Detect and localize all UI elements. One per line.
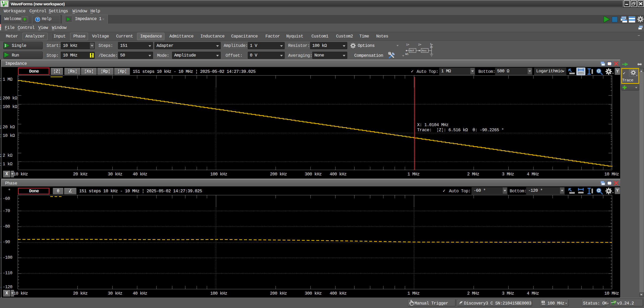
svg-text:-100: -100 [3,255,12,260]
svg-text:1: 1 [4,43,6,48]
svg-text:100 kΩ: 100 kΩ [3,104,17,109]
svg-text:10 kΩ: 10 kΩ [3,133,15,138]
svg-text:2+: 2+ [418,43,421,46]
svg-text:W1: W1 [405,53,409,56]
svg-text:DUT: DUT [410,49,414,52]
svg-text:-110: -110 [3,271,12,276]
svg-text:2 kΩ: 2 kΩ [3,153,13,158]
svg-text:Res: Res [422,49,426,52]
svg-text:1 kΩ: 1 kΩ [3,162,13,167]
svg-text:200 kΩ: 200 kΩ [3,96,17,101]
svg-text:1+: 1+ [406,43,409,46]
svg-text:20 kΩ: 20 kΩ [3,125,15,130]
svg-text:-80: -80 [3,224,10,229]
svg-text:-90: -90 [3,240,10,245]
svg-text:-60: -60 [3,196,10,201]
svg-text:-70: -70 [3,209,10,213]
svg-text:-120: -120 [3,285,12,289]
svg-text:?: ? [37,18,39,21]
svg-text:X: 1.0104 MHz: X: 1.0104 MHz [417,123,448,127]
svg-text:1 MΩ: 1 MΩ [3,77,13,82]
svg-text:Trace: ¦Z¦: 6.516 kΩ θ: -90.: Trace: ¦Z¦: 6.516 kΩ θ: -90.2265 ° [417,128,504,133]
